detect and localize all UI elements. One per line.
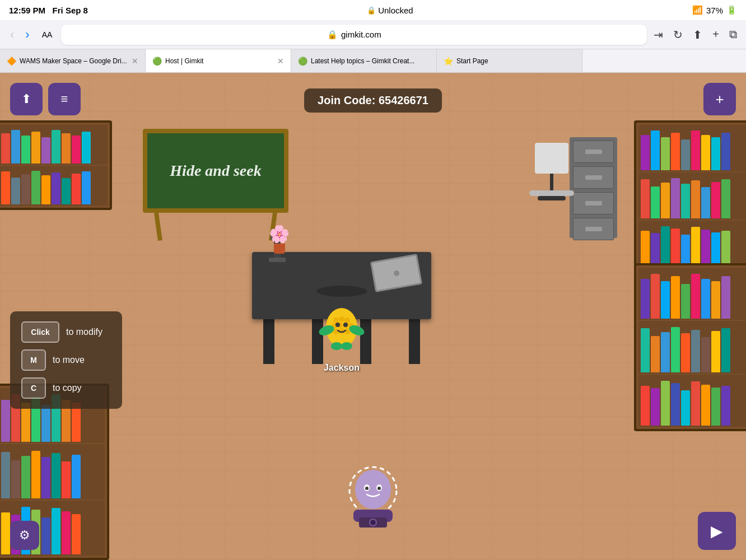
upload-icon: ⬆: [21, 92, 31, 106]
game-area: ⬆ ≡ + Join Code: 65426671 Hide and seek: [0, 73, 746, 560]
c-label: C: [31, 384, 36, 393]
c-action-label: to copy: [53, 383, 82, 393]
character-sprite: [316, 297, 367, 358]
cabinet-handle-2: [585, 175, 602, 180]
url-field[interactable]: 🔒 gimkit.com: [61, 25, 647, 45]
url-bar-row: ‹ › AA 🔒 gimkit.com ⇥ ↻ ⬆ + ⧉: [0, 20, 746, 49]
star-icon: ⭐: [444, 57, 453, 66]
click-label: Click: [31, 328, 49, 337]
tab-gimkit-help[interactable]: 🟢 Latest Help topics – Gimkit Creat...: [291, 49, 437, 72]
tab-title-drive: WAMS Maker Space – Google Dri...: [20, 57, 128, 65]
tab-title-gimkit: Host | Gimkit: [165, 57, 274, 65]
play-button[interactable]: ▶: [698, 512, 736, 550]
cabinet-handle-4: [585, 227, 602, 231]
chalkboard: Hide and seek: [143, 129, 288, 241]
tab-bar: 🔶 WAMS Maker Space – Google Dri... ✕ 🟢 H…: [0, 49, 746, 73]
cabinet-drawer-1: [573, 141, 613, 163]
svg-point-21: [365, 487, 369, 490]
gear-icon: ⚙: [19, 528, 30, 543]
cabinet-drawer-2: [573, 166, 613, 189]
tab-title-help: Latest Help topics – Gimkit Creat...: [311, 57, 430, 65]
click-action-label: to modify: [66, 327, 102, 337]
cabinet-drawer-3: [573, 192, 613, 214]
svg-point-2: [339, 316, 344, 322]
status-bar: 12:59 PM Fri Sep 8 🔒 Unlocked 📶 37% 🔋: [0, 0, 746, 20]
laptop: [370, 254, 422, 292]
svg-point-16: [341, 342, 352, 350]
character-name: Jackson: [316, 363, 367, 373]
click-key-badge: Click: [21, 321, 59, 343]
c-key-badge: C: [21, 377, 46, 399]
join-code-label: Join Code:: [318, 94, 375, 106]
battery-indicator: 37%: [706, 6, 723, 15]
join-code-banner: Join Code: 65426671: [304, 88, 442, 113]
wifi-icon: 📶: [692, 5, 703, 15]
top-left-buttons: ⬆ ≡: [10, 83, 81, 115]
lock-icon-url: 🔒: [327, 30, 338, 40]
bookshelf-mid-right: [634, 263, 746, 431]
plus-icon: +: [715, 91, 724, 108]
svg-point-22: [377, 487, 381, 490]
layers-button[interactable]: ≡: [48, 83, 81, 115]
chalkboard-legs: [143, 213, 288, 241]
share-button[interactable]: ⬆: [691, 26, 705, 44]
character-shadow: [316, 286, 367, 297]
lock-icon: 🔒: [367, 6, 376, 15]
status-right: 📶 37% 🔋: [692, 5, 737, 15]
cabinet-drawer-4: [573, 218, 613, 240]
svg-point-10: [344, 329, 350, 334]
url-actions: ⇥ ↻ ⬆ + ⧉: [651, 26, 739, 44]
battery-icon: 🔋: [726, 5, 737, 15]
layers-icon: ≡: [61, 92, 68, 106]
tab-title-startpage: Start Page: [456, 57, 575, 65]
tooltip-click-row: Click to modify: [21, 321, 111, 343]
join-code-value: 65426671: [379, 94, 428, 106]
reload-button[interactable]: ↻: [671, 26, 685, 44]
svg-point-18: [355, 470, 391, 509]
svg-point-8: [333, 329, 339, 334]
upload-button[interactable]: ⬆: [10, 83, 43, 115]
office-chair: [525, 143, 578, 216]
back-button[interactable]: ‹: [7, 25, 17, 44]
tabs-button[interactable]: ⧉: [727, 26, 739, 43]
tab-icon-gimkit: 🟢: [152, 57, 162, 66]
m-label: M: [30, 356, 37, 365]
aa-button[interactable]: AA: [38, 28, 57, 41]
tooltip-panel: Click to modify M to move C to copy: [10, 311, 122, 409]
cabinet-handle-3: [585, 201, 602, 206]
tooltip-m-row: M to move: [21, 349, 111, 371]
account-button[interactable]: ⇥: [651, 26, 665, 44]
m-key-badge: M: [21, 349, 46, 371]
svg-point-15: [331, 342, 342, 350]
bookshelf-top-left: [0, 120, 112, 210]
tab-close-drive[interactable]: ✕: [132, 57, 138, 66]
settings-button[interactable]: ⚙: [10, 521, 39, 550]
tab-icon-help: 🟢: [298, 57, 307, 66]
character-jackson: Jackson: [316, 286, 367, 373]
url-text: gimkit.com: [341, 30, 381, 39]
tab-googledrive[interactable]: 🔶 WAMS Maker Space – Google Dri... ✕: [0, 49, 146, 72]
forward-button[interactable]: ›: [22, 25, 32, 44]
ghost-sprite: [342, 463, 404, 530]
svg-point-12: [343, 323, 348, 327]
tab-startpage[interactable]: ⭐ Start Page: [437, 49, 582, 72]
flower-pot: 🌸: [269, 224, 290, 254]
add-button[interactable]: +: [703, 83, 736, 115]
svg-point-11: [335, 323, 340, 327]
svg-point-25: [370, 519, 376, 526]
svg-point-1: [333, 318, 339, 323]
status-time: 12:59 PM Fri Sep 8: [9, 6, 88, 15]
tab-icon-drive: 🔶: [7, 57, 16, 66]
lock-status: 🔒 Unlocked: [367, 6, 413, 15]
bookshelf-top-right: [634, 120, 746, 272]
chalkboard-board: Hide and seek: [143, 129, 288, 213]
svg-point-3: [344, 318, 350, 323]
ghost-character: [342, 463, 404, 532]
chalkboard-leg-left: [154, 212, 162, 241]
play-icon: ▶: [711, 522, 723, 540]
tab-gimkit-host[interactable]: 🟢 Host | Gimkit ✕: [146, 49, 291, 72]
chalkboard-text: Hide and seek: [170, 161, 261, 181]
tooltip-c-row: C to copy: [21, 377, 111, 399]
tab-close-gimkit[interactable]: ✕: [277, 57, 284, 66]
new-tab-button[interactable]: +: [710, 26, 721, 43]
